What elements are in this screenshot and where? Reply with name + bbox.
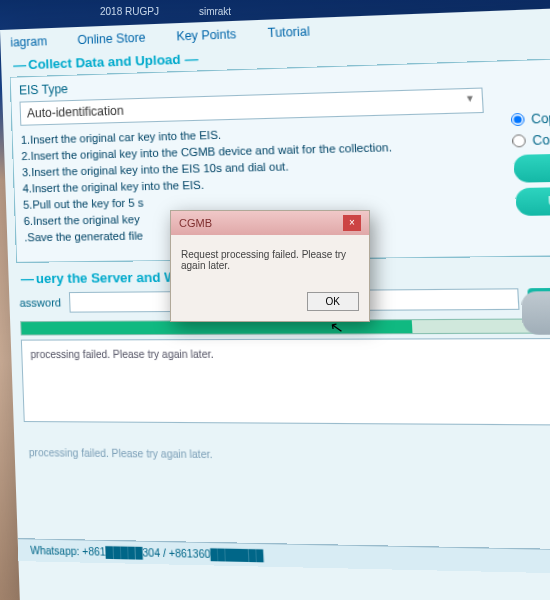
status-line: processing failed. Please try again late… bbox=[14, 426, 550, 471]
log-line: processing failed. Please try again late… bbox=[30, 348, 550, 360]
header-text-1: 2018 RUGPJ bbox=[100, 6, 159, 17]
password-label: assword bbox=[19, 296, 61, 309]
close-icon[interactable]: × bbox=[343, 215, 361, 231]
dialog-message: Request processing failed. Please try ag… bbox=[171, 235, 369, 285]
header-text-2: simrakt bbox=[199, 6, 231, 17]
radio-copy-2-label: Copy key bbox=[532, 132, 550, 148]
radio-copy-1-input[interactable] bbox=[511, 113, 525, 126]
radio-copy-2[interactable]: Copy key bbox=[512, 130, 550, 148]
collect-button[interactable]: Colle bbox=[513, 152, 550, 182]
tab-tutorial[interactable]: Tutorial bbox=[267, 24, 310, 40]
dialog-title: CGMB bbox=[179, 217, 212, 229]
ok-button[interactable]: OK bbox=[307, 292, 359, 311]
radio-copy-2-input[interactable] bbox=[512, 134, 526, 147]
tab-diagram[interactable]: iagram bbox=[10, 34, 47, 49]
tab-key-points[interactable]: Key Points bbox=[176, 27, 236, 44]
tab-online-store[interactable]: Online Store bbox=[77, 30, 146, 47]
error-dialog: CGMB × Request processing failed. Please… bbox=[170, 210, 370, 322]
footer-bar: Whatsapp: +861█████304 / +861360███████ … bbox=[18, 538, 550, 574]
query-result-button[interactable]: Query Resu bbox=[521, 291, 550, 335]
dialog-titlebar[interactable]: CGMB × bbox=[171, 211, 369, 235]
radio-copy-1-label: Copy I bbox=[531, 111, 550, 127]
radio-copy-1[interactable]: Copy I bbox=[511, 109, 550, 127]
footer-whatsapp: Whatsapp: +861█████304 / +861360███████ bbox=[30, 545, 264, 562]
upload-button[interactable]: Uploac bbox=[515, 186, 550, 216]
log-panel: processing failed. Please try again late… bbox=[21, 338, 550, 426]
